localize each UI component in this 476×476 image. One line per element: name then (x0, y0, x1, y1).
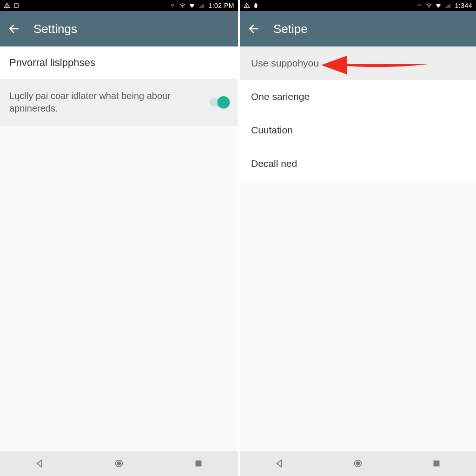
navigation-bar (240, 451, 476, 476)
status-time: 1:02 PM (207, 2, 234, 9)
svg-point-14 (429, 7, 430, 7)
triangle-left-icon (274, 458, 284, 469)
content-area: Use suppohyou One sarienge Cuutation Dec… (240, 46, 476, 451)
toggle-row[interactable]: Lųclly pai coar idlater what being abour… (0, 79, 238, 126)
status-left (4, 2, 20, 9)
status-right: 4G 1:02 PM (170, 2, 234, 9)
circle-icon (114, 458, 124, 469)
arrow-left-icon (248, 23, 260, 35)
network-4g-icon: 4G (416, 2, 423, 9)
phone-left: 4G 1:02 PM Settings Pnvorral lis (0, 0, 238, 476)
nav-recent-button[interactable] (192, 456, 205, 470)
circle-icon (353, 458, 363, 469)
square-icon (431, 458, 442, 469)
svg-point-17 (356, 462, 359, 465)
dual-screenshot: 4G 1:02 PM Settings Pnvorral lis (0, 0, 476, 476)
triangle-left-icon (34, 458, 45, 469)
wifi-outline-icon (179, 2, 186, 9)
wifi-icon (435, 2, 442, 9)
svg-text:4G: 4G (171, 4, 175, 7)
nav-recent-button[interactable] (430, 456, 443, 470)
nav-back-button[interactable] (33, 456, 46, 470)
warning-icon (244, 2, 250, 9)
nav-home-button[interactable] (351, 456, 365, 470)
action-bar: Setipe (240, 11, 476, 46)
list-item-use-suppohyou[interactable]: Use suppohyou (240, 46, 476, 80)
svg-point-1 (7, 7, 7, 7)
square-icon (193, 458, 204, 469)
status-right: 4G 1:344 (416, 2, 472, 9)
svg-rect-11 (255, 4, 258, 8)
svg-rect-12 (255, 3, 256, 4)
navigation-bar (0, 451, 238, 476)
toggle-description: Lųclly pai coar idlater what being abour… (9, 90, 210, 115)
battery-icon (253, 2, 259, 9)
nav-back-button[interactable] (272, 456, 286, 470)
wifi-outline-icon (426, 2, 432, 9)
wifi-icon (189, 2, 195, 9)
svg-point-4 (182, 7, 183, 7)
page-title: Setipe (273, 22, 308, 36)
list-item-decall-ned[interactable]: Decall ned (240, 147, 476, 180)
status-bar: 4G 1:344 (240, 0, 476, 11)
back-button[interactable] (7, 22, 20, 35)
network-4g-icon: 4G (170, 2, 177, 9)
status-left (244, 2, 259, 9)
arrow-left-icon (8, 23, 20, 35)
svg-rect-18 (434, 461, 440, 467)
content-area: Pnvorral lislpphses Lųclly pai coar idla… (0, 46, 238, 451)
svg-point-7 (117, 462, 120, 465)
status-bar: 4G 1:02 PM (0, 0, 238, 11)
svg-point-10 (246, 7, 247, 7)
square-icon (13, 2, 20, 9)
list-item-cuutation[interactable]: Cuutation (240, 113, 476, 147)
toggle-switch[interactable] (210, 98, 229, 106)
back-button[interactable] (247, 22, 260, 35)
nav-home-button[interactable] (112, 456, 126, 470)
svg-rect-8 (195, 461, 201, 467)
page-title: Settings (33, 22, 77, 36)
status-time: 1:344 (454, 2, 472, 9)
phone-right: 4G 1:344 Setipe Use suppohyou (238, 0, 476, 476)
action-bar: Settings (0, 11, 238, 46)
svg-rect-2 (14, 4, 18, 7)
signal-icon (198, 2, 205, 9)
warning-icon (4, 2, 10, 9)
list-item-one-sarienge[interactable]: One sarienge (240, 80, 476, 113)
section-header: Pnvorral lislpphses (0, 46, 238, 79)
signal-icon (444, 2, 451, 9)
svg-text:4G: 4G (417, 4, 422, 7)
